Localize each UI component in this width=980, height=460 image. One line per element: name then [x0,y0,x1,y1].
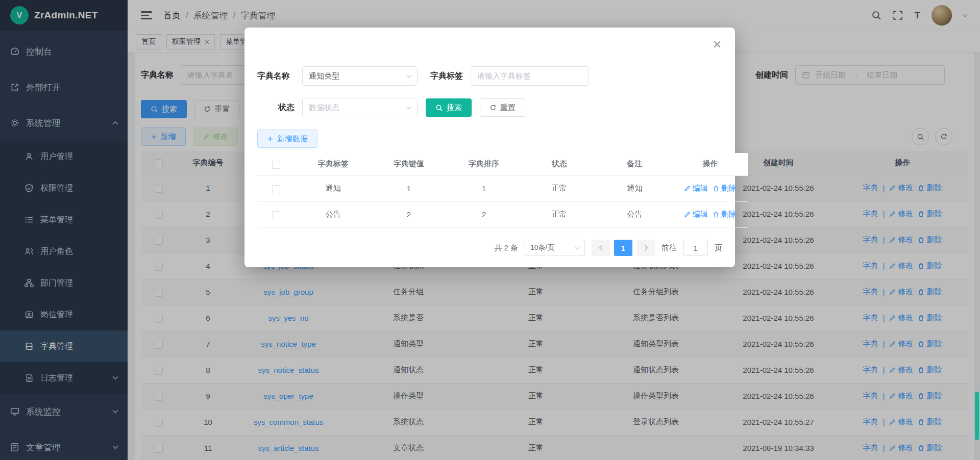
page-size-select[interactable]: 10条/页 [525,240,585,256]
chevron-right-icon [642,245,648,250]
prev-page-button[interactable] [592,240,610,256]
row-checkbox[interactable] [272,211,280,219]
chevron-down-icon [407,105,412,110]
chevron-left-icon [599,245,604,250]
col-dict-value: 字典键值 [372,153,447,175]
dialog-dict-name-select[interactable]: 通知类型 [302,66,418,86]
cell-dict-sort: 2 [446,201,522,227]
pager: 1 [592,240,655,256]
row-actions: 编辑 删除 [684,210,737,219]
dict-data-header-row: 字典标签 字典键值 字典排序 状态 备注 操作 [257,153,748,175]
dialog-status-select[interactable]: 数据状态 [302,98,418,117]
cell-dict-value: 1 [372,175,447,201]
dialog-dict-label-label: 字典标签 [430,66,463,86]
cell-dict-sort: 1 [446,175,522,201]
cell-dict-label: 公告 [295,201,372,227]
select-all-checkbox[interactable] [272,161,280,169]
dialog-reset-button[interactable]: 重置 [480,98,525,117]
dialog-dict-name-label: 字典名称 [257,66,290,86]
dict-data-row[interactable]: 公告 2 2 正常 公告 编辑 删除 [257,201,748,227]
delete-icon [713,185,719,192]
edit-link[interactable]: 编辑 [684,184,708,193]
next-page-button[interactable] [636,240,655,256]
edit-icon [684,211,691,218]
cell-status: 正常 [522,201,597,227]
pagination-total: 共 2 条 [494,243,518,253]
cell-dict-value: 2 [372,201,447,227]
cell-dict-label: 通知 [295,175,372,201]
edit-link[interactable]: 编辑 [684,210,708,219]
edit-icon [684,185,691,192]
goto-page-input[interactable]: 1 [683,240,708,256]
dialog-dict-label-input[interactable]: 请输入字典标签 [471,66,589,86]
col-dict-sort: 字典排序 [446,153,522,175]
cell-remark: 公告 [597,201,673,227]
delete-link[interactable]: 删除 [713,184,737,193]
dict-data-row[interactable]: 通知 1 1 正常 通知 编辑 删除 [257,175,748,201]
page-number-button[interactable]: 1 [614,240,632,256]
chevron-down-icon [407,73,412,78]
page-unit-label: 页 [715,243,722,253]
col-remark: 备注 [597,153,673,175]
cell-remark: 通知 [597,175,673,201]
row-actions: 编辑 删除 [684,184,737,193]
delete-link[interactable]: 删除 [713,210,737,219]
goto-label: 前往 [662,243,677,253]
chevron-down-icon [575,245,580,250]
dialog-close-icon[interactable] [713,40,722,49]
col-dict-label: 字典标签 [295,153,372,175]
cell-status: 正常 [522,175,597,201]
page-scrollbar-thumb[interactable] [975,392,979,440]
dict-data-dialog: 字典名称 通知类型 字典标签 请输入字典标签 状态 数据状态 搜索 重置 新增数… [244,28,735,267]
row-checkbox[interactable] [272,185,280,193]
delete-icon [713,211,719,218]
dict-data-table: 字典标签 字典键值 字典排序 状态 备注 操作 通知 1 1 正常 通知 [257,153,748,228]
col-status: 状态 [522,153,597,175]
add-data-button[interactable]: 新增数据 [257,130,317,148]
pagination: 共 2 条 10条/页 1 前往 1 页 [494,240,722,256]
dialog-status-label: 状态 [278,98,295,117]
dialog-search-button[interactable]: 搜索 [426,98,472,117]
col-actions: 操作 [672,153,748,175]
